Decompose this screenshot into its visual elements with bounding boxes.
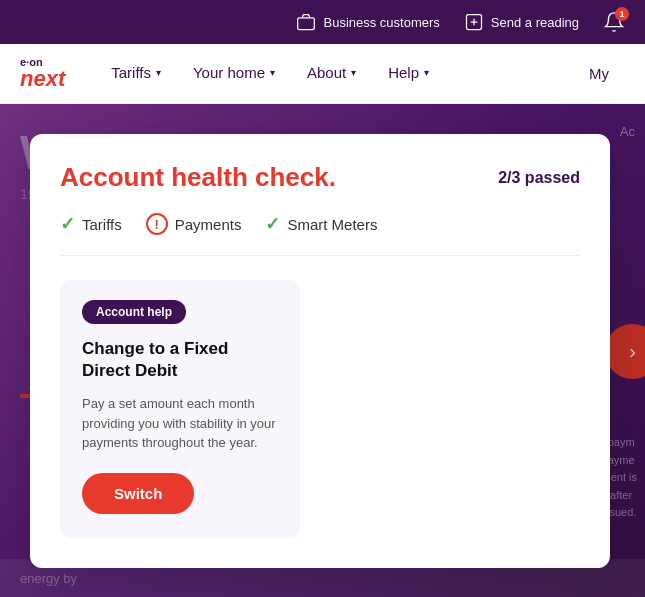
nav-item-my[interactable]: My	[573, 44, 625, 104]
nav-item-your-home[interactable]: Your home ▾	[177, 44, 291, 104]
about-label: About	[307, 64, 346, 81]
modal-checks: ✓ Tariffs ! Payments ✓ Smart Meters	[60, 213, 580, 256]
smart-meters-check-icon: ✓	[265, 213, 280, 235]
business-customers-link[interactable]: Business customers	[296, 12, 439, 32]
tariffs-label: Tariffs	[111, 64, 151, 81]
modal-overlay: Account health check. 2/3 passed ✓ Tarif…	[0, 104, 645, 597]
notification-icon[interactable]: 1	[603, 11, 625, 33]
business-customers-label: Business customers	[323, 15, 439, 30]
check-smart-meters: ✓ Smart Meters	[265, 213, 377, 235]
smart-meters-check-label: Smart Meters	[287, 216, 377, 233]
top-bar: Business customers Send a reading 1	[0, 0, 645, 44]
your-home-chevron: ▾	[270, 67, 275, 78]
switch-button[interactable]: Switch	[82, 473, 194, 514]
check-payments: ! Payments	[146, 213, 242, 235]
meter-icon	[464, 12, 484, 32]
modal-title: Account health check.	[60, 162, 336, 193]
tariffs-check-label: Tariffs	[82, 216, 122, 233]
briefcase-icon	[296, 12, 316, 32]
modal-passed: 2/3 passed	[498, 169, 580, 187]
about-chevron: ▾	[351, 67, 356, 78]
payments-check-label: Payments	[175, 216, 242, 233]
payments-warn-icon: !	[146, 213, 168, 235]
nav-item-help[interactable]: Help ▾	[372, 44, 445, 104]
modal-header: Account health check. 2/3 passed	[60, 162, 580, 193]
send-reading-link[interactable]: Send a reading	[464, 12, 579, 32]
nav-items: Tariffs ▾ Your home ▾ About ▾ Help ▾	[95, 44, 573, 104]
my-label: My	[589, 65, 609, 82]
nav-item-about[interactable]: About ▾	[291, 44, 372, 104]
nav-item-tariffs[interactable]: Tariffs ▾	[95, 44, 177, 104]
your-home-label: Your home	[193, 64, 265, 81]
check-tariffs: ✓ Tariffs	[60, 213, 122, 235]
tariffs-check-icon: ✓	[60, 213, 75, 235]
notification-badge: 1	[615, 7, 629, 21]
logo-next: next	[20, 68, 65, 90]
card-badge: Account help	[82, 300, 186, 324]
health-check-modal: Account health check. 2/3 passed ✓ Tarif…	[30, 134, 610, 568]
help-label: Help	[388, 64, 419, 81]
account-help-card: Account help Change to a Fixed Direct De…	[60, 280, 300, 538]
send-reading-label: Send a reading	[491, 15, 579, 30]
logo[interactable]: e·on next	[20, 57, 65, 90]
card-description: Pay a set amount each month providing yo…	[82, 394, 278, 453]
help-chevron: ▾	[424, 67, 429, 78]
tariffs-chevron: ▾	[156, 67, 161, 78]
svg-rect-0	[298, 18, 315, 30]
card-title: Change to a Fixed Direct Debit	[82, 338, 278, 382]
main-nav: e·on next Tariffs ▾ Your home ▾ About ▾ …	[0, 44, 645, 104]
